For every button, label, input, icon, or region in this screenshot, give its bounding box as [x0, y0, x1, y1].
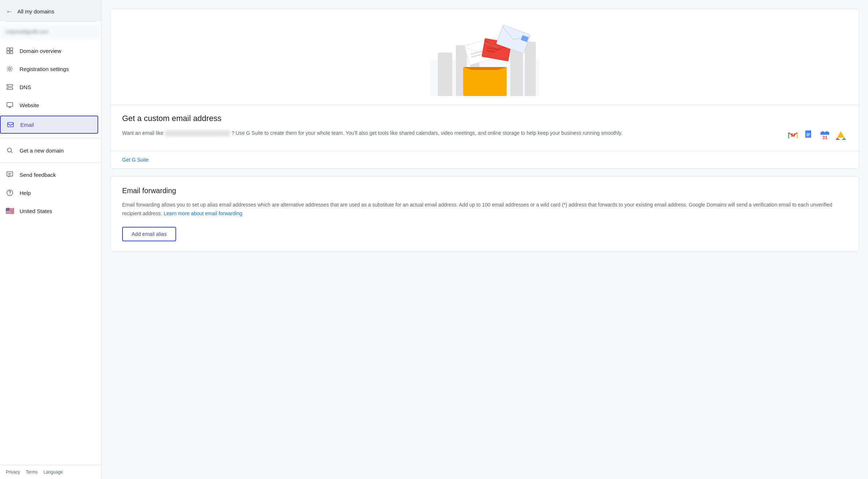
- custom-email-section: Get a custom email address Want an email…: [111, 105, 859, 151]
- email-illustration-section: [111, 9, 859, 105]
- sidebar-item-label: Send feedback: [20, 172, 56, 178]
- email-icon: [7, 121, 14, 129]
- svg-rect-44: [822, 131, 823, 133]
- custom-email-title: Get a custom email address: [122, 114, 847, 123]
- terms-link[interactable]: Terms: [26, 470, 38, 475]
- calendar-icon: 31: [818, 129, 831, 142]
- sidebar-item-get-new-domain[interactable]: Get a new domain: [0, 141, 98, 159]
- grid-icon: [6, 47, 14, 55]
- gear-icon: [6, 65, 14, 73]
- sidebar-item-united-states[interactable]: 🇺🇸 United States: [0, 202, 98, 220]
- sidebar-item-label: DNS: [20, 84, 31, 90]
- sidebar-item-label: Website: [20, 102, 39, 108]
- description-before: Want an email like: [122, 130, 163, 136]
- forwarding-description: Email forwarding allows you to set up al…: [122, 201, 847, 218]
- email-forwarding-section: Email forwarding Email forwarding allows…: [111, 176, 859, 251]
- flag-icon: 🇺🇸: [6, 207, 14, 215]
- svg-rect-19: [510, 49, 523, 96]
- email-forwarding-card: Email forwarding Email forwarding allows…: [110, 176, 859, 252]
- docs-icon: [802, 129, 815, 142]
- svg-rect-5: [7, 84, 13, 86]
- sidebar-item-label: Registration settings: [20, 66, 69, 72]
- svg-point-14: [9, 194, 10, 195]
- server-icon: [6, 83, 14, 91]
- sidebar-item-label: Get a new domain: [20, 147, 64, 154]
- feedback-icon: [6, 171, 14, 179]
- search-icon: [6, 146, 14, 154]
- custom-email-body: Want an email like ? Use G Suite to crea…: [122, 129, 847, 142]
- sidebar-item-help[interactable]: Help: [0, 184, 98, 202]
- email-illustration: [431, 24, 539, 96]
- svg-rect-6: [7, 88, 13, 89]
- svg-rect-12: [7, 172, 13, 176]
- svg-rect-16: [438, 53, 452, 96]
- svg-rect-10: [8, 122, 13, 127]
- svg-text:31: 31: [822, 135, 827, 140]
- sidebar: ← All my domains mxprime6gu4th.com Domai…: [0, 0, 101, 479]
- add-email-alias-button[interactable]: Add email alias: [122, 227, 176, 241]
- back-label: All my domains: [17, 8, 54, 14]
- get-gsuite-link[interactable]: Get G Suite: [111, 151, 859, 168]
- svg-rect-37: [806, 133, 810, 134]
- svg-rect-20: [525, 42, 536, 96]
- svg-rect-0: [7, 48, 9, 50]
- learn-more-link[interactable]: Learn more about email forwarding: [163, 211, 242, 216]
- svg-text:M: M: [791, 132, 795, 138]
- gmail-icon: M: [786, 129, 800, 142]
- sidebar-item-registration-settings[interactable]: Registration settings: [0, 60, 98, 78]
- drive-icon: [834, 129, 847, 142]
- monitor-icon: [6, 101, 14, 109]
- sidebar-item-label: Domain overview: [20, 48, 61, 54]
- blurred-email-example: [165, 130, 230, 136]
- svg-rect-45: [826, 131, 827, 133]
- svg-rect-22: [465, 70, 505, 95]
- sidebar-item-label: Help: [20, 190, 31, 196]
- custom-email-card: Get a custom email address Want an email…: [110, 9, 859, 169]
- sidebar-item-website[interactable]: Website: [0, 96, 98, 114]
- sidebar-footer: Privacy Terms Language: [0, 465, 101, 479]
- svg-rect-38: [806, 134, 810, 135]
- svg-rect-2: [7, 51, 9, 54]
- sidebar-mid-divider: [0, 138, 101, 138]
- sidebar-top-divider: [6, 21, 95, 22]
- sidebar-item-send-feedback[interactable]: Send feedback: [0, 166, 98, 184]
- sidebar-item-dns[interactable]: DNS: [0, 78, 98, 96]
- help-icon: [6, 189, 14, 197]
- svg-rect-1: [10, 48, 13, 50]
- sidebar-item-domain-overview[interactable]: Domain overview: [0, 42, 98, 60]
- back-arrow-icon: ←: [6, 7, 13, 16]
- main-content: Get a custom email address Want an email…: [101, 0, 868, 479]
- svg-point-7: [8, 85, 9, 86]
- sidebar-item-label: United States: [20, 208, 52, 214]
- description-after: ? Use G Suite to create them for your wh…: [232, 130, 623, 136]
- sidebar-item-label: Email: [20, 122, 34, 128]
- domain-name: mxprime6gu4th.com: [0, 25, 101, 39]
- svg-point-8: [8, 88, 9, 89]
- svg-rect-3: [10, 51, 13, 54]
- sidebar-lower-divider: [0, 162, 101, 163]
- svg-rect-39: [806, 136, 809, 136]
- back-button[interactable]: ← All my domains: [0, 0, 101, 21]
- svg-rect-9: [7, 103, 13, 107]
- privacy-link[interactable]: Privacy: [6, 470, 20, 475]
- language-link[interactable]: Language: [43, 470, 63, 475]
- sidebar-item-email[interactable]: Email: [0, 116, 98, 134]
- forwarding-title: Email forwarding: [122, 187, 847, 195]
- svg-point-4: [9, 68, 11, 70]
- custom-email-description: Want an email like ? Use G Suite to crea…: [122, 129, 778, 137]
- gsuite-icons: M: [786, 129, 847, 142]
